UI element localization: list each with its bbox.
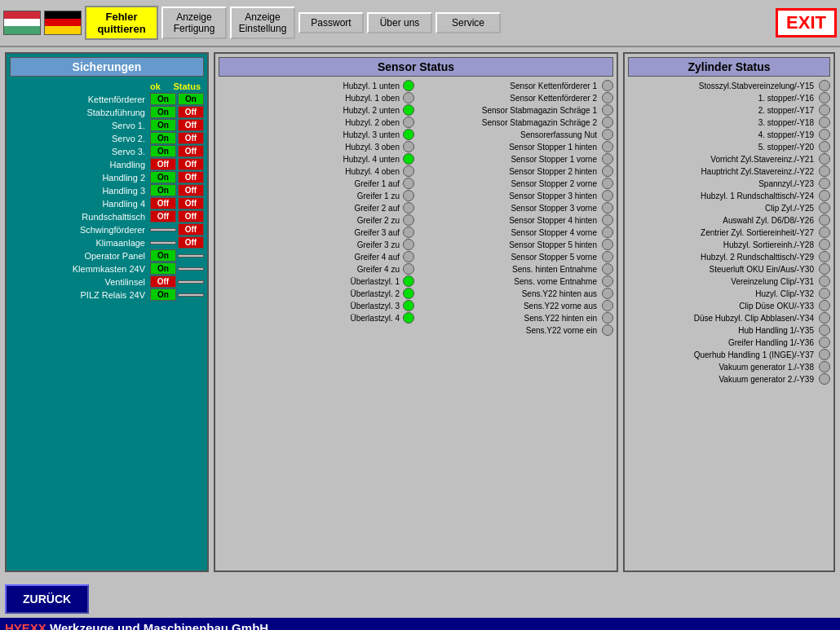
sensor-label: Greifer 2 auf (219, 204, 400, 213)
sicherung-status-btn[interactable] (178, 293, 204, 297)
sicherung-status-btn[interactable] (178, 280, 204, 284)
sensor-indicator (602, 300, 613, 311)
zylinder-row: 4. stopper/-Y19 (628, 129, 830, 140)
sensor-label: Sens.Y22 vorne aus (418, 302, 599, 311)
zylinder-indicator (819, 312, 830, 324)
sicherung-status-btn[interactable]: Off (178, 184, 204, 196)
sensor-indicator (602, 214, 613, 226)
anzeige-einstellung-button[interactable]: Anzeige Einstellung (230, 7, 295, 39)
sicherung-ok-btn[interactable]: On (150, 106, 176, 118)
sicherung-row: HandlingOffOff (10, 158, 204, 170)
zylinder-label: Vakuum generator 1./-Y38 (628, 363, 816, 372)
exit-button[interactable]: EXIT (776, 8, 837, 37)
sicherung-status-btn[interactable]: Off (178, 171, 204, 183)
sicherung-status-btn[interactable]: Off (178, 119, 204, 131)
zylinder-indicator (819, 129, 830, 140)
sicherung-status-btn[interactable]: On (178, 93, 204, 105)
sensor-label: Sensor Stopper 5 vorne (418, 253, 599, 262)
zylinder-indicator (819, 300, 830, 311)
sensor-indicator (602, 251, 613, 262)
sicherung-ok-btn[interactable] (150, 228, 176, 231)
sicherung-ok-btn[interactable]: Off (150, 158, 176, 170)
company-rest: Werkzeuge und Maschinenbau GmbH. (46, 621, 272, 630)
zylinder-label: Vereinzelung Clip/-Y31 (628, 277, 816, 286)
sicherung-row: SchwingfördererOff (10, 223, 204, 236)
sicherung-ok-btn[interactable]: On (150, 132, 176, 144)
header: Fehler quittieren Anzeige Fertigung Anze… (0, 0, 840, 47)
sensor-label: Sens.Y22 hinten aus (418, 289, 599, 298)
sensor-row: Sensor Kettenförderer 1 (418, 80, 613, 91)
sensor-label: Sensor Stopper 3 hinten (418, 192, 599, 200)
zylinder-indicator (819, 165, 830, 177)
sensor-indicator (403, 288, 414, 299)
zuruck-button[interactable]: ZURÜCK (5, 584, 89, 614)
flag-germany[interactable] (44, 11, 82, 35)
sensor-label: Sensorerfassung Nut (418, 130, 599, 139)
sicherung-row: StabzuführungOnOff (10, 106, 204, 118)
sicherung-ok-btn[interactable]: On (150, 171, 176, 183)
sicherung-label: Kettenförderer (10, 95, 148, 104)
sensor-row: Sens.Y22 vorne aus (418, 300, 613, 311)
zylinder-indicator (819, 337, 830, 348)
zylinder-indicator (819, 361, 830, 372)
sicherung-label: Rundschalttisch (10, 212, 148, 222)
sicherung-status-btn[interactable]: Off (178, 210, 204, 222)
sicherung-status-btn[interactable]: Off (178, 223, 204, 236)
flag-hungary[interactable] (3, 11, 41, 35)
sicherung-status-btn[interactable]: Off (178, 158, 204, 170)
sicherung-row: Handling 2OnOff (10, 171, 204, 183)
sicherung-label: Ventilinsel (10, 277, 148, 287)
sensor-status-panel: Sensor Status Hubzyl. 1 untenHubzyl. 1 o… (214, 52, 618, 572)
sicherung-ok-btn[interactable]: On (150, 93, 176, 105)
sicherung-ok-btn[interactable]: Off (150, 275, 176, 288)
sensor-label: Sensor Stopper 4 vorne (418, 228, 599, 237)
zylinder-row: Querhub Handling 1 (INGE)/-Y37 (628, 349, 830, 360)
sicherung-ok-btn[interactable]: On (150, 184, 176, 196)
sensor-row: Hubzyl. 3 oben (219, 141, 414, 152)
sicherung-row: KlimaanlageOff (10, 236, 204, 249)
sicherung-ok-btn[interactable]: On (150, 119, 176, 131)
sicherung-ok-btn[interactable]: On (150, 262, 176, 275)
sensor-indicator (602, 80, 613, 91)
sensor-row: Sensor Stopper 1 vorne (418, 153, 613, 165)
zylinder-row: Hubzyl. 1 Rundschalttisch/-Y24 (628, 190, 830, 201)
sensor-row: Sensor Stopper 4 vorne (418, 227, 613, 238)
sensor-indicator (403, 141, 414, 152)
sicherung-ok-btn[interactable] (150, 241, 176, 245)
zylinder-row: Clip Zyl./-Y25 (628, 202, 830, 214)
fehler-quittieren-button[interactable]: Fehler quittieren (85, 6, 158, 40)
service-button[interactable]: Service (435, 12, 501, 33)
zylinder-row: Clip Düse OKU/-Y33 (628, 300, 830, 311)
sensor-indicator (602, 104, 613, 116)
anzeige-fertigung-button[interactable]: Anzeige Fertigung (161, 7, 227, 39)
sicherung-status-btn[interactable]: Off (178, 197, 204, 209)
col-status-label: Status (173, 82, 201, 91)
sicherung-status-btn[interactable] (178, 254, 204, 258)
zylinder-indicator (819, 373, 830, 385)
sicherung-ok-btn[interactable]: On (150, 289, 176, 301)
sicherung-ok-btn[interactable]: Off (150, 197, 176, 209)
sensor-label: Greifer 1 auf (219, 179, 400, 188)
sensor-row: Sensor Stopper 4 hinten (418, 214, 613, 226)
sicherung-ok-btn[interactable]: On (150, 145, 176, 157)
sicherung-status-btn[interactable]: Off (178, 145, 204, 157)
zylinder-indicator (819, 80, 830, 91)
sicherung-status-btn[interactable]: Off (178, 132, 204, 144)
sicherung-ok-btn[interactable]: On (150, 249, 176, 262)
sicherung-row: Servo 2.OnOff (10, 132, 204, 144)
sensor-indicator (602, 324, 613, 336)
passwort-button[interactable]: Passwort (298, 12, 364, 33)
sensor-label: Überlastzyl. 1 (219, 277, 400, 286)
sensor-label: Hubzyl. 2 oben (219, 118, 400, 127)
sicherung-status-btn[interactable]: Off (178, 106, 204, 118)
sicherung-status-btn[interactable]: Off (178, 236, 204, 249)
sensor-indicator (602, 190, 613, 201)
sensor-label: Sensor Kettenförderer 1 (418, 82, 599, 90)
sicherung-label: Handling 2 (10, 173, 148, 183)
sicherung-status-btn[interactable] (178, 267, 204, 271)
ueber-uns-button[interactable]: Über uns (367, 12, 432, 33)
sensor-row: Greifer 1 zu (219, 190, 414, 201)
sicherung-ok-btn[interactable]: Off (150, 210, 176, 222)
sensor-row: Sens.Y22 hinten aus (418, 288, 613, 299)
zylinder-row: Hub Handling 1/-Y35 (628, 324, 830, 336)
